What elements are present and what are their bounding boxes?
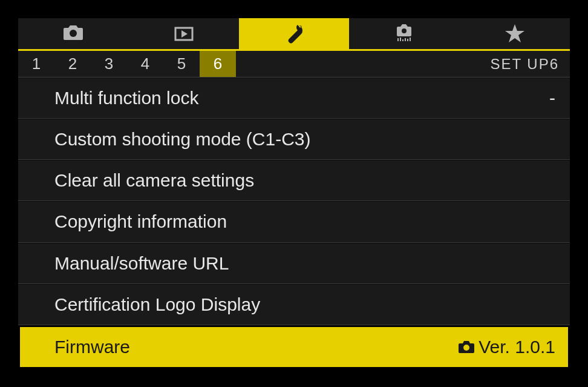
menu-item-clear-all-settings[interactable]: Clear all camera settings: [18, 160, 570, 201]
menu-item-firmware[interactable]: Firmware Ver. 1.0.1: [18, 325, 570, 369]
page-number-bar: 1 2 3 4 5 6 SET UP6: [18, 51, 570, 78]
menu-item-label: Copyright information: [54, 211, 555, 232]
menu-item-label: Clear all camera settings: [54, 170, 555, 191]
firmware-version-text: Ver. 1.0.1: [479, 337, 555, 357]
svg-rect-6: [405, 38, 406, 41]
svg-point-9: [463, 345, 469, 351]
page-3[interactable]: 3: [91, 51, 127, 77]
page-1[interactable]: 1: [18, 51, 54, 77]
menu-item-value: -: [549, 88, 555, 108]
menu-item-custom-shooting-mode[interactable]: Custom shooting mode (C1-C3): [18, 119, 570, 160]
svg-point-2: [402, 28, 407, 33]
tab-shooting[interactable]: [18, 18, 128, 49]
svg-rect-5: [402, 39, 403, 41]
camera-menu-screen: 1 2 3 4 5 6 SET UP6 Multi function lock …: [0, 0, 588, 387]
menu-list: Multi function lock - Custom shooting mo…: [18, 78, 570, 369]
custom-functions-icon: [392, 22, 416, 46]
menu-item-label: Firmware: [54, 337, 458, 357]
wrench-icon: [282, 22, 306, 46]
tab-custom[interactable]: [349, 18, 459, 49]
menu-item-label: Multi function lock: [54, 88, 549, 108]
page-2[interactable]: 2: [54, 51, 91, 77]
star-icon: [503, 22, 527, 46]
page-5[interactable]: 5: [163, 51, 200, 77]
svg-rect-4: [400, 38, 401, 41]
svg-rect-3: [397, 38, 399, 41]
menu-item-value: Ver. 1.0.1: [458, 337, 555, 357]
menu-item-manual-url[interactable]: Manual/software URL: [18, 243, 570, 284]
menu-item-certification-logo[interactable]: Certification Logo Display: [18, 284, 570, 325]
camera-icon: [61, 22, 85, 46]
menu-item-label: Manual/software URL: [54, 253, 555, 274]
tab-mymenu[interactable]: [460, 18, 570, 49]
menu-item-label: Custom shooting mode (C1-C3): [54, 129, 555, 150]
playback-icon: [172, 22, 196, 46]
page-section-label: SET UP6: [490, 56, 559, 73]
menu-item-copyright-info[interactable]: Copyright information: [18, 201, 570, 242]
page-6[interactable]: 6: [200, 51, 236, 77]
svg-rect-7: [407, 39, 408, 41]
page-4[interactable]: 4: [127, 51, 163, 77]
menu-item-label: Certification Logo Display: [54, 294, 555, 315]
camera-icon: [458, 340, 475, 354]
tab-playback[interactable]: [128, 18, 238, 49]
menu-container: 1 2 3 4 5 6 SET UP6 Multi function lock …: [18, 18, 570, 369]
svg-point-0: [70, 30, 77, 37]
svg-rect-8: [410, 38, 411, 41]
tab-setup[interactable]: [239, 18, 349, 49]
top-tab-bar: [18, 18, 570, 51]
menu-item-multi-function-lock[interactable]: Multi function lock -: [18, 78, 570, 119]
